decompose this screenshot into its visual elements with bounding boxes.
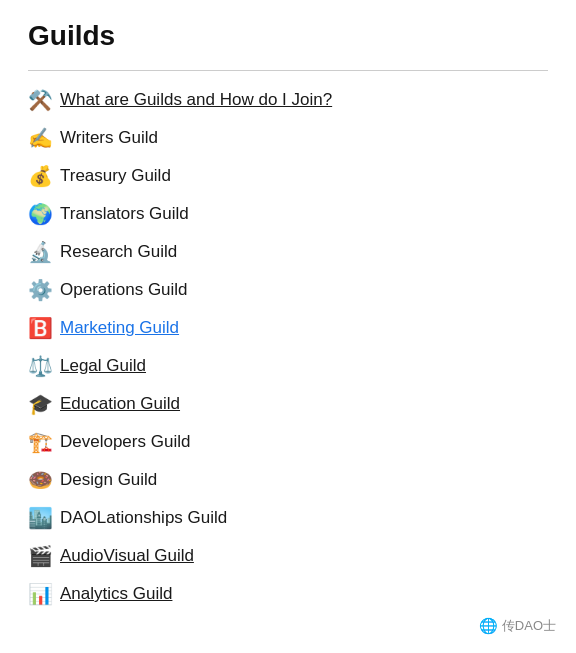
guild-icon-marketing-guild: 🅱️ (28, 316, 60, 340)
guild-label-research-guild: Research Guild (60, 242, 177, 262)
guild-icon-writers-guild: ✍️ (28, 126, 60, 150)
guild-item-education-guild[interactable]: 🎓Education Guild (28, 385, 548, 423)
watermark: 🌐 传DAO士 (479, 617, 556, 635)
guild-label-what-are-guilds: What are Guilds and How do I Join? (60, 90, 332, 110)
guild-icon-analytics-guild: 📊 (28, 582, 60, 606)
guild-label-legal-guild: Legal Guild (60, 356, 146, 376)
guild-item-daolationships-guild[interactable]: 🏙️DAOLationships Guild (28, 499, 548, 537)
guild-label-daolationships-guild: DAOLationships Guild (60, 508, 227, 528)
guild-item-translators-guild[interactable]: 🌍Translators Guild (28, 195, 548, 233)
guild-icon-operations-guild: ⚙️ (28, 278, 60, 302)
guild-icon-treasury-guild: 💰 (28, 164, 60, 188)
guild-label-design-guild: Design Guild (60, 470, 157, 490)
watermark-icon: 🌐 (479, 617, 498, 635)
guild-label-marketing-guild: Marketing Guild (60, 318, 179, 338)
guild-item-research-guild[interactable]: 🔬Research Guild (28, 233, 548, 271)
guild-icon-design-guild: 🍩 (28, 468, 60, 492)
guild-icon-audiovisual-guild: 🎬 (28, 544, 60, 568)
guild-item-design-guild[interactable]: 🍩Design Guild (28, 461, 548, 499)
guild-item-developers-guild[interactable]: 🏗️Developers Guild (28, 423, 548, 461)
guild-item-audiovisual-guild[interactable]: 🎬AudioVisual Guild (28, 537, 548, 575)
guild-label-treasury-guild: Treasury Guild (60, 166, 171, 186)
watermark-text: 传DAO士 (502, 617, 556, 635)
guild-list: ⚒️What are Guilds and How do I Join?✍️Wr… (28, 81, 548, 613)
guild-icon-developers-guild: 🏗️ (28, 430, 60, 454)
guild-label-translators-guild: Translators Guild (60, 204, 189, 224)
guild-icon-education-guild: 🎓 (28, 392, 60, 416)
guild-label-operations-guild: Operations Guild (60, 280, 188, 300)
guild-item-treasury-guild[interactable]: 💰Treasury Guild (28, 157, 548, 195)
guild-item-analytics-guild[interactable]: 📊Analytics Guild (28, 575, 548, 613)
guild-icon-daolationships-guild: 🏙️ (28, 506, 60, 530)
page-title: Guilds (28, 20, 548, 52)
guild-label-developers-guild: Developers Guild (60, 432, 190, 452)
guild-icon-research-guild: 🔬 (28, 240, 60, 264)
guild-label-audiovisual-guild: AudioVisual Guild (60, 546, 194, 566)
guild-label-writers-guild: Writers Guild (60, 128, 158, 148)
guild-icon-what-are-guilds: ⚒️ (28, 88, 60, 112)
guild-label-education-guild: Education Guild (60, 394, 180, 414)
guild-icon-legal-guild: ⚖️ (28, 354, 60, 378)
divider (28, 70, 548, 71)
guild-item-what-are-guilds[interactable]: ⚒️What are Guilds and How do I Join? (28, 81, 548, 119)
guild-item-legal-guild[interactable]: ⚖️Legal Guild (28, 347, 548, 385)
guild-item-operations-guild[interactable]: ⚙️Operations Guild (28, 271, 548, 309)
guild-icon-translators-guild: 🌍 (28, 202, 60, 226)
guild-item-marketing-guild[interactable]: 🅱️Marketing Guild (28, 309, 548, 347)
guild-item-writers-guild[interactable]: ✍️Writers Guild (28, 119, 548, 157)
guild-label-analytics-guild: Analytics Guild (60, 584, 172, 604)
